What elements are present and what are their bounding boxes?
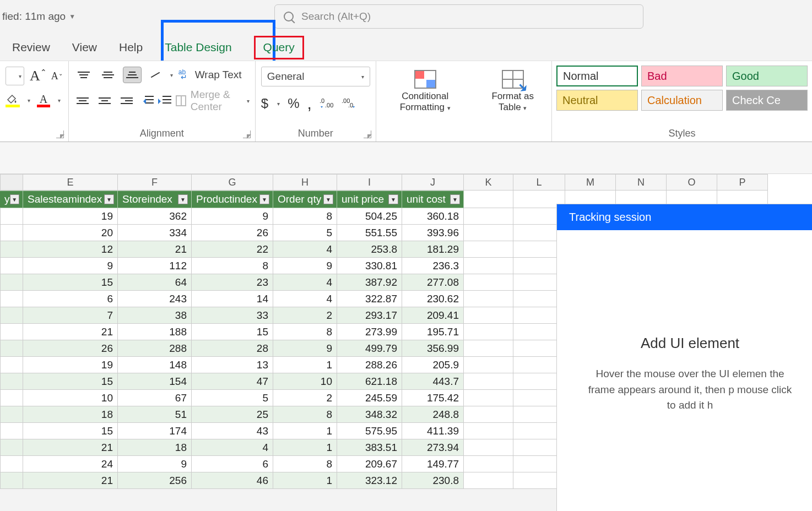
filter-icon[interactable]: ▼	[388, 194, 398, 204]
cell[interactable]	[0, 406, 23, 423]
table-header-J[interactable]: unit cost▼	[402, 191, 464, 208]
cell[interactable]: 273.99	[337, 324, 402, 340]
cell[interactable]: 8	[192, 258, 273, 274]
cell[interactable]	[0, 307, 23, 324]
cell[interactable]	[0, 340, 23, 357]
cell[interactable]: 330.81	[337, 258, 402, 274]
decrease-decimal-button[interactable]: .00.0	[342, 96, 356, 111]
cell[interactable]: 243	[118, 291, 192, 307]
number-format-combo[interactable]: General▾	[261, 67, 370, 86]
cell[interactable]: 13	[192, 357, 273, 373]
cell[interactable]: 288.26	[337, 357, 402, 373]
cell[interactable]	[0, 258, 23, 274]
cell[interactable]: 14	[192, 291, 273, 307]
column-header-M[interactable]: M	[565, 174, 616, 191]
cell[interactable]: 15	[23, 274, 118, 291]
cell[interactable]	[0, 357, 23, 373]
cell[interactable]: 15	[23, 373, 118, 390]
cell[interactable]	[0, 225, 23, 241]
increase-decimal-button[interactable]: .0.00	[320, 96, 334, 111]
cell[interactable]	[0, 274, 23, 291]
column-header-I[interactable]: I	[337, 174, 402, 191]
conditional-formatting-button[interactable]: Conditional Formatting ▾	[376, 61, 474, 142]
wrap-text-button[interactable]: Wrap Text	[178, 69, 242, 81]
cell[interactable]: 621.18	[337, 373, 402, 390]
cell[interactable]: 148	[118, 357, 192, 373]
cell[interactable]	[0, 208, 23, 225]
cell[interactable]: 23	[192, 274, 273, 291]
cell[interactable]: 174	[118, 423, 192, 439]
cell[interactable]	[464, 373, 513, 390]
style-good[interactable]: Good	[726, 66, 808, 86]
column-header-L[interactable]: L	[513, 174, 565, 191]
cell[interactable]: 149.77	[402, 456, 464, 472]
align-bottom-button[interactable]	[123, 67, 142, 83]
number-dialog-launcher[interactable]	[364, 131, 371, 138]
table-header-H[interactable]: Order qty▼	[273, 191, 337, 208]
cell[interactable]	[464, 241, 513, 258]
cell[interactable]: 360.18	[402, 208, 464, 225]
cell[interactable]	[0, 472, 23, 489]
tab-table-design[interactable]: Table Design	[154, 35, 242, 61]
align-center-button[interactable]	[96, 93, 113, 109]
tab-view[interactable]: View	[61, 35, 108, 61]
style-bad[interactable]: Bad	[641, 66, 723, 86]
cell[interactable]	[464, 456, 513, 472]
cell[interactable]: 253.8	[337, 241, 402, 258]
column-header-J[interactable]: J	[402, 174, 464, 191]
style-neutral[interactable]: Neutral	[556, 90, 638, 111]
cell[interactable]: 43	[192, 423, 273, 439]
cell[interactable]: 288	[118, 340, 192, 357]
cell[interactable]: 47	[192, 373, 273, 390]
cell[interactable]: 22	[192, 241, 273, 258]
cell[interactable]: 9	[23, 258, 118, 274]
cell[interactable]	[464, 324, 513, 340]
cell[interactable]: 18	[23, 406, 118, 423]
cell[interactable]: 20	[23, 225, 118, 241]
style-check-cell[interactable]: Check Ce	[726, 90, 808, 111]
fill-color-button[interactable]	[6, 93, 21, 107]
cell[interactable]	[464, 423, 513, 439]
cell[interactable]: 21	[118, 241, 192, 258]
cell[interactable]: 1	[273, 439, 337, 456]
select-all-corner[interactable]	[0, 174, 23, 191]
cell[interactable]	[464, 439, 513, 456]
chevron-down-icon[interactable]: ▾	[58, 97, 61, 104]
cell[interactable]: 356.99	[402, 340, 464, 357]
cell[interactable]: 277.08	[402, 274, 464, 291]
cell[interactable]: 181.29	[402, 241, 464, 258]
cell[interactable]	[464, 390, 513, 406]
cell[interactable]: 383.51	[337, 439, 402, 456]
decrease-font-icon[interactable]: A⌄	[51, 70, 63, 82]
cell[interactable]: 195.71	[402, 324, 464, 340]
font-color-button[interactable]: A	[36, 93, 51, 107]
cell[interactable]: 25	[192, 406, 273, 423]
cell[interactable]: 230.62	[402, 291, 464, 307]
orientation-button[interactable]	[147, 67, 164, 83]
column-header-E[interactable]: E	[23, 174, 118, 191]
table-header-I[interactable]: unit price▼	[337, 191, 402, 208]
cell[interactable]	[464, 191, 513, 208]
column-header-F[interactable]: F	[118, 174, 192, 191]
cell[interactable]: 6	[23, 291, 118, 307]
cell[interactable]	[0, 373, 23, 390]
cell[interactable]	[464, 258, 513, 274]
modified-label[interactable]: fied: 11m ago ▼	[0, 10, 75, 23]
cell[interactable]: 4	[273, 291, 337, 307]
cell[interactable]: 4	[192, 439, 273, 456]
cell[interactable]	[0, 324, 23, 340]
column-header-O[interactable]: O	[667, 174, 717, 191]
search-input[interactable]: Search (Alt+Q)	[274, 4, 643, 29]
cell[interactable]: 154	[118, 373, 192, 390]
decrease-indent-button[interactable]	[140, 94, 153, 108]
cell[interactable]: 9	[118, 456, 192, 472]
cell[interactable]	[0, 291, 23, 307]
cell[interactable]: 33	[192, 307, 273, 324]
font-dialog-launcher[interactable]	[56, 131, 64, 138]
align-right-button[interactable]	[118, 93, 135, 109]
cell[interactable]: 67	[118, 390, 192, 406]
cell[interactable]: 1	[273, 472, 337, 489]
cell[interactable]: 9	[192, 208, 273, 225]
cell[interactable]: 245.59	[337, 390, 402, 406]
cell[interactable]: 209.41	[402, 307, 464, 324]
